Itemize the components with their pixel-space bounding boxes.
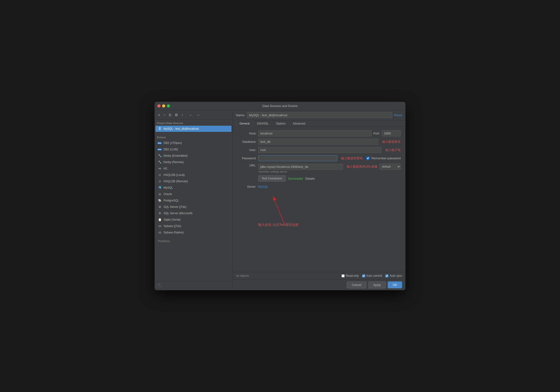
apply-button[interactable]: Apply bbox=[368, 281, 386, 288]
driver-item-derby-remote[interactable]: 🔧 Derby (Remote) bbox=[156, 159, 231, 165]
readonly-checkbox[interactable] bbox=[341, 274, 345, 277]
autosync-checkbox[interactable] bbox=[385, 274, 388, 277]
reset-button[interactable]: Reset bbox=[394, 113, 402, 117]
main-panel: Name: Reset General SSH/SSL Options Adva… bbox=[233, 110, 405, 290]
ok-button[interactable]: OK bbox=[388, 281, 402, 288]
minimize-button[interactable] bbox=[162, 104, 165, 108]
sidebar-toolbar: + − ⎘ ⚙ ↑ ← → bbox=[155, 110, 232, 120]
remember-password-label: Remember password bbox=[371, 156, 401, 160]
forward-button[interactable]: → bbox=[195, 112, 201, 118]
project-datasources-title: Project Data Sources bbox=[155, 120, 232, 125]
settings-button[interactable]: ⚙ bbox=[174, 112, 179, 118]
url-select[interactable]: default bbox=[380, 164, 401, 170]
driver-item-hsqldb-local[interactable]: ⊙ HSQLDB (Local) bbox=[156, 172, 231, 178]
h2-icon: H2 bbox=[158, 167, 162, 171]
sybase-jtds-icon: 🗃 bbox=[158, 224, 162, 228]
driver-item-sybase-jtds[interactable]: 🗃 Sybase (jTds) bbox=[156, 223, 231, 229]
url-annotation: 输入数据库的URL链接 bbox=[347, 164, 378, 169]
autocommit-checkbox[interactable] bbox=[362, 274, 365, 277]
test-connection-row: Test Connection Successful Details bbox=[258, 175, 401, 181]
help-button[interactable]: ? bbox=[156, 283, 162, 288]
toolbar-separator bbox=[186, 113, 186, 117]
driver-item-mysql[interactable]: 🐬 MySQL bbox=[156, 185, 231, 191]
titlebar: Data Sources and Drivers bbox=[155, 102, 405, 110]
host-label: Host: bbox=[237, 132, 256, 135]
driver-label-mysql: MySQL bbox=[164, 186, 173, 189]
password-input[interactable] bbox=[258, 155, 337, 161]
driver-label-sqlserver-ms: SQL Server (Microsoft) bbox=[164, 212, 192, 215]
host-row: Host: Port: bbox=[237, 131, 401, 136]
content-area: + − ⎘ ⚙ ↑ ← → Project Data Sources 🗄 MyS… bbox=[155, 110, 405, 290]
name-input[interactable] bbox=[247, 112, 392, 118]
readonly-checkbox-item: Read-only bbox=[341, 274, 359, 277]
user-label: User: bbox=[237, 148, 256, 152]
tab-advanced[interactable]: Advanced bbox=[289, 120, 309, 127]
test-connection-button[interactable]: Test Connection bbox=[258, 175, 286, 181]
no-objects-label: no objects bbox=[236, 274, 249, 277]
copy-button[interactable]: ⎘ bbox=[168, 112, 172, 118]
sqlserver-ms-icon: ⚙ bbox=[158, 211, 162, 215]
driver-item-postgresql[interactable]: 🐘 PostgreSQL bbox=[156, 197, 231, 204]
hsqldb-local-icon: ⊙ bbox=[158, 173, 162, 177]
driver-item-sqlserver-ms[interactable]: ⚙ SQL Server (Microsoft) bbox=[156, 210, 231, 216]
database-input[interactable] bbox=[258, 139, 379, 145]
driver-item-sqlserver-jtds[interactable]: ⚙ SQL Server (jTds) bbox=[156, 204, 231, 210]
sqlite-icon: 📋 bbox=[158, 218, 162, 221]
status-bar: no objects Read-only Auto commit Auto sy… bbox=[233, 272, 405, 279]
url-input[interactable] bbox=[258, 164, 343, 170]
autocommit-checkbox-item: Auto commit bbox=[362, 274, 382, 277]
remember-password-checkbox[interactable] bbox=[366, 157, 370, 160]
user-input[interactable] bbox=[258, 147, 381, 153]
sidebar: + − ⎘ ⚙ ↑ ← → Project Data Sources 🗄 MyS… bbox=[155, 110, 233, 290]
database-annotation: 输入数据库名 bbox=[382, 140, 401, 144]
mysql-icon: 🐬 bbox=[158, 186, 162, 190]
window-controls bbox=[157, 104, 170, 108]
driver-item-db2-luw[interactable]: IBM DB2 (LUW) bbox=[156, 146, 231, 152]
tab-sshssl[interactable]: SSH/SSL bbox=[253, 120, 272, 127]
driver-label-h2: H2 bbox=[164, 167, 167, 170]
connection-success-label: Successful bbox=[288, 177, 303, 180]
remove-button[interactable]: − bbox=[162, 112, 166, 118]
maximize-button[interactable] bbox=[167, 104, 170, 108]
import-button[interactable]: ↑ bbox=[180, 112, 184, 118]
name-label: Name: bbox=[236, 113, 245, 117]
derby-embedded-icon: 🔧 bbox=[158, 154, 162, 158]
url-label: URL: bbox=[237, 164, 256, 167]
driver-item-db2-jtopen[interactable]: IBM DB2 (JTOpen) bbox=[156, 140, 231, 146]
driver-item-oracle[interactable]: ◎ Oracle bbox=[156, 191, 231, 197]
derby-remote-icon: 🔧 bbox=[158, 160, 162, 164]
sqlserver-jtds-icon: ⚙ bbox=[158, 205, 162, 209]
cancel-button[interactable]: Cancel bbox=[347, 281, 366, 288]
driver-item-h2[interactable]: H2 H2 bbox=[156, 165, 231, 172]
driver-item-derby-embedded[interactable]: 🔧 Derby (Embedded) bbox=[156, 153, 231, 159]
ibm-icon2: IBM bbox=[158, 148, 162, 151]
hsqldb-remote-icon: ⊙ bbox=[158, 180, 162, 183]
user-row: User: 输入账户名 bbox=[237, 147, 401, 153]
tab-options[interactable]: Options bbox=[272, 120, 289, 127]
readonly-label: Read-only bbox=[346, 274, 359, 277]
driver-link[interactable]: MySQL bbox=[258, 185, 268, 188]
tab-general[interactable]: General bbox=[236, 120, 253, 127]
driver-label-derby-remote: Derby (Remote) bbox=[164, 161, 184, 164]
driver-label-postgresql: PostgreSQL bbox=[164, 199, 179, 202]
datasource-item-mysql[interactable]: 🗄 MySQL - test_db@localhost bbox=[156, 126, 231, 132]
ibm-icon: IBM bbox=[158, 141, 162, 145]
main-window: Data Sources and Drivers + − ⎘ ⚙ ↑ ← → P… bbox=[155, 102, 405, 290]
port-label: Port: bbox=[373, 132, 380, 135]
driver-label-db2-luw: DB2 (LUW) bbox=[164, 148, 178, 151]
close-button[interactable] bbox=[157, 104, 160, 108]
override-note: Overrides settings above bbox=[258, 170, 401, 173]
back-button[interactable]: ← bbox=[188, 112, 194, 118]
details-link[interactable]: Details bbox=[305, 177, 315, 180]
autosync-label: Auto sync bbox=[390, 274, 402, 277]
driver-item-sqlite[interactable]: 📋 Sqlite (Xerial) bbox=[156, 217, 231, 223]
database-label: Database: bbox=[237, 140, 256, 143]
url-input-wrap: 输入数据库的URL链接 default bbox=[258, 164, 401, 170]
add-button[interactable]: + bbox=[157, 112, 161, 118]
driver-item-hsqldb-remote[interactable]: ⊙ HSQLDB (Remote) bbox=[156, 178, 231, 184]
host-input[interactable] bbox=[258, 131, 372, 136]
driver-item-sybase-native[interactable]: 🗃 Sybase (Native) bbox=[156, 229, 231, 236]
port-input[interactable] bbox=[382, 131, 401, 136]
problems-section[interactable]: Problems bbox=[155, 238, 232, 245]
password-row: Password: 输入数据库密码 Remember password bbox=[237, 155, 401, 161]
